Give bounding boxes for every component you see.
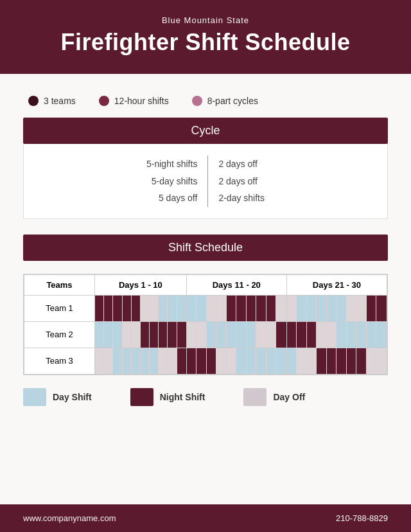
- bottom-legend-off: Day Off: [243, 388, 305, 406]
- day-block: [141, 296, 150, 321]
- day-block: [216, 348, 227, 374]
- team-label: Team 3: [24, 348, 95, 374]
- day-block: [227, 322, 237, 348]
- dot-teams-icon: [28, 96, 39, 106]
- day-block: [113, 322, 122, 348]
- day-grid: [95, 348, 186, 374]
- day-block: [197, 322, 207, 348]
- day-block: [256, 322, 267, 348]
- day-block: [356, 322, 367, 348]
- team-label: Team 2: [24, 321, 95, 348]
- legend-row: 3 teams 12-hour shifts 8-part cycles: [23, 89, 388, 118]
- day-block: [207, 348, 217, 374]
- days-cell: [186, 295, 286, 321]
- col-days3: Days 21 - 30: [286, 274, 387, 295]
- legend-shifts-label: 12-hour shifts: [114, 96, 169, 106]
- day-block: [141, 322, 150, 348]
- day-block: [356, 348, 367, 374]
- main-content: 3 teams 12-hour shifts 8-part cycles Cyc…: [0, 74, 411, 504]
- day-grid: [287, 296, 387, 321]
- day-grid: [95, 322, 186, 348]
- cycle-rows: 5-night shifts 5-day shifts 5 days off 2…: [37, 155, 374, 207]
- day-block: [177, 322, 186, 348]
- schedule-table: Teams Days 1 - 10 Days 11 - 20 Days 21 -…: [24, 274, 387, 375]
- day-block: [256, 348, 267, 374]
- legend-cycles-label: 8-part cycles: [207, 96, 258, 106]
- days-cell: [186, 348, 286, 374]
- day-block: [287, 296, 297, 321]
- table-row: Team 2: [24, 321, 387, 348]
- col-teams: Teams: [24, 274, 95, 295]
- day-block: [347, 322, 357, 348]
- day-block: [347, 296, 357, 321]
- day-block: [132, 296, 141, 321]
- day-block: [247, 296, 257, 321]
- day-block: [123, 296, 132, 321]
- col-days1: Days 1 - 10: [95, 274, 187, 295]
- day-block: [307, 348, 317, 374]
- box-day-icon: [23, 388, 46, 406]
- days-cell: [286, 321, 387, 348]
- day-block: [287, 322, 297, 348]
- day-block: [95, 296, 104, 321]
- bottom-legend-day: Day Shift: [23, 388, 92, 406]
- day-block: [168, 296, 177, 321]
- day-grid: [187, 322, 286, 348]
- day-block: [367, 348, 377, 374]
- day-block: [317, 296, 327, 321]
- day-block: [207, 296, 217, 321]
- day-block: [150, 348, 159, 374]
- dot-shifts-icon: [99, 96, 109, 106]
- cycle-right-1: 2 days off: [218, 155, 265, 173]
- team-label: Team 1: [24, 295, 95, 321]
- day-block: [337, 296, 347, 321]
- footer-phone: 210-788-8829: [336, 513, 388, 523]
- day-block: [276, 348, 286, 374]
- day-block: [276, 322, 286, 348]
- bottom-day-label: Day Shift: [53, 392, 92, 402]
- header-subtitle: Blue Mountain State: [13, 15, 398, 25]
- days-cell: [95, 348, 187, 374]
- day-block: [197, 348, 207, 374]
- day-block: [287, 348, 297, 374]
- day-grid: [187, 348, 286, 374]
- cycle-content: 5-night shifts 5-day shifts 5 days off 2…: [23, 144, 388, 219]
- day-block: [267, 322, 277, 348]
- col-days2: Days 11 - 20: [186, 274, 286, 295]
- days-cell: [186, 321, 286, 348]
- day-block: [187, 348, 197, 374]
- day-block: [276, 296, 286, 321]
- day-block: [236, 348, 247, 374]
- shift-schedule-header: Shift Schedule: [23, 235, 388, 261]
- days-cell: [286, 295, 387, 321]
- legend-item-shifts: 12-hour shifts: [99, 96, 169, 106]
- day-block: [227, 296, 237, 321]
- day-block: [236, 296, 247, 321]
- day-block: [376, 296, 387, 321]
- table-header-row: Teams Days 1 - 10 Days 11 - 20 Days 21 -…: [24, 274, 387, 295]
- day-block: [187, 322, 197, 348]
- day-block: [337, 322, 347, 348]
- day-block: [177, 348, 186, 374]
- cycle-section: Cycle 5-night shifts 5-day shifts 5 days…: [23, 118, 388, 219]
- day-grid: [287, 348, 387, 374]
- day-block: [150, 296, 159, 321]
- day-block: [104, 296, 113, 321]
- day-block: [132, 322, 141, 348]
- days-cell: [95, 295, 187, 321]
- schedule-table-wrapper: Teams Days 1 - 10 Days 11 - 20 Days 21 -…: [23, 274, 388, 375]
- day-block: [267, 348, 277, 374]
- dot-cycles-icon: [192, 96, 202, 106]
- header: Blue Mountain State Firefighter Shift Sc…: [0, 0, 411, 74]
- day-block: [227, 348, 237, 374]
- day-block: [132, 348, 141, 374]
- day-block: [236, 322, 247, 348]
- cycle-left-2: 5-day shifts: [146, 173, 197, 190]
- bottom-legend: Day Shift Night Shift Day Off: [23, 375, 388, 416]
- day-block: [141, 348, 150, 374]
- day-block: [113, 296, 122, 321]
- bottom-legend-night: Night Shift: [130, 388, 206, 406]
- day-block: [159, 322, 168, 348]
- day-block: [307, 322, 317, 348]
- legend-teams-label: 3 teams: [44, 96, 76, 106]
